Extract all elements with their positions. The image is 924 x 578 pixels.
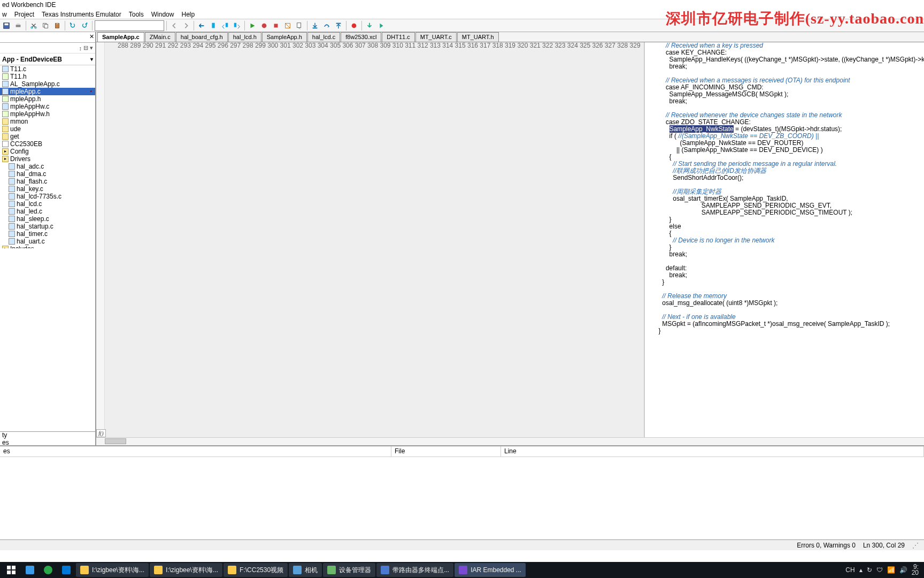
tray-sync-icon[interactable]: ↻ xyxy=(867,566,872,574)
tree-item[interactable]: AL_SampleApp.c xyxy=(0,80,95,88)
tree-item[interactable]: CC2530EB xyxy=(0,140,95,148)
tree-item[interactable]: ▸Config xyxy=(0,148,95,155)
find-prev-button[interactable] xyxy=(169,20,180,31)
tree-item[interactable]: hal_flash.c xyxy=(0,178,95,185)
editor-tab[interactable]: hal_lcd.c xyxy=(307,32,340,42)
editor-tab[interactable]: hal_board_cfg.h xyxy=(176,32,228,42)
taskbar-app[interactable]: 带路由器多终端点... xyxy=(376,563,453,577)
tray-up-icon[interactable]: ▴ xyxy=(859,566,863,574)
tree-item[interactable]: hal_timer.c xyxy=(0,230,95,238)
taskbar-app[interactable]: I:\zigbee\资料\海... xyxy=(76,563,149,577)
print-button[interactable] xyxy=(13,20,24,31)
copy-button[interactable] xyxy=(40,20,51,31)
menu-help[interactable]: Help xyxy=(181,10,195,19)
code-editor[interactable]: 288 289 290 291 292 293 294 295 296 297 … xyxy=(96,42,924,437)
taskbar: I:\zigbee\资料\海...I:\zigbee\资料\海...F:\CC2… xyxy=(0,562,924,578)
tray-lang[interactable]: CH xyxy=(845,566,854,574)
tree-item[interactable]: T11.h xyxy=(0,73,95,80)
tree-item[interactable]: mpleAppHw.h xyxy=(0,110,95,118)
tree-item[interactable]: mmon xyxy=(0,118,95,125)
start-button[interactable] xyxy=(2,563,20,577)
sort-icon[interactable]: ↕ xyxy=(79,45,82,51)
system-tray[interactable]: CH ▴ ↻ 🛡 📶 🔊 9:20 xyxy=(845,564,922,576)
tree-item[interactable]: hal_adc.c xyxy=(0,163,95,170)
taskbar-pinned-1[interactable] xyxy=(21,563,38,577)
panel-footer: tyes xyxy=(0,431,95,445)
tree-item[interactable]: ude xyxy=(0,125,95,133)
step-over-button[interactable] xyxy=(321,20,332,31)
project-tree[interactable]: T11.cT11.hAL_SampleApp.cmpleApp.c•mpleAp… xyxy=(0,65,95,248)
taskbar-pinned-2[interactable] xyxy=(40,563,57,577)
expand-icon[interactable]: ▾ xyxy=(90,44,93,51)
make-button[interactable] xyxy=(282,20,293,31)
taskbar-app[interactable]: 设备管理器 xyxy=(323,563,375,577)
horizontal-scrollbar[interactable] xyxy=(96,437,924,445)
taskbar-app[interactable]: F:\CC2530视频 xyxy=(224,563,288,577)
tree-item[interactable]: get xyxy=(0,133,95,140)
cut-button[interactable] xyxy=(28,20,39,31)
tray-shield-icon[interactable]: 🛡 xyxy=(876,566,883,574)
bookmark-next-button[interactable] xyxy=(232,20,242,31)
messages-body[interactable] xyxy=(0,457,924,539)
step-into-button[interactable] xyxy=(310,20,320,31)
tree-item[interactable]: hal_lcd-7735s.c xyxy=(0,193,95,200)
editor-tab[interactable]: f8w2530.xcl xyxy=(341,32,381,42)
taskbar-app[interactable]: IAR Embedded ... xyxy=(455,563,526,577)
find-next-button[interactable] xyxy=(181,20,191,31)
tree-item[interactable]: hal_key.c xyxy=(0,185,95,193)
debug-break-button[interactable] xyxy=(259,20,270,31)
bookmark-toggle-button[interactable] xyxy=(208,20,219,31)
tree-item[interactable]: hal_led.c xyxy=(0,208,95,215)
project-selector[interactable]: App - EndDeviceEB ▾ xyxy=(0,54,95,65)
menu-w[interactable]: w xyxy=(2,10,7,19)
menu-texas-instruments-emulator[interactable]: Texas Instruments Emulator xyxy=(42,10,121,19)
tree-item[interactable]: hal_sleep.c xyxy=(0,215,95,223)
tray-vol-icon[interactable]: 🔊 xyxy=(899,566,907,574)
editor-tab[interactable]: SampleApp.c xyxy=(97,32,144,42)
editor-tab[interactable]: MT_UART.h xyxy=(457,32,499,42)
close-panel-icon[interactable]: ✕ xyxy=(89,33,94,40)
tree-item[interactable]: hal_uart.c xyxy=(0,238,95,245)
code-content[interactable]: // Received when a key is pressed case K… xyxy=(645,42,924,437)
editor-tab[interactable]: DHT11.c xyxy=(382,32,414,42)
tray-clock[interactable]: 9:20 xyxy=(912,564,919,576)
tree-item[interactable]: ▸Drivers xyxy=(0,155,95,163)
bookmark-prev-button[interactable] xyxy=(220,20,230,31)
taskbar-app[interactable]: 相机 xyxy=(289,563,322,577)
messages-header: es File Line xyxy=(0,446,924,457)
tree-item[interactable]: T11.c xyxy=(0,65,95,73)
editor-tab[interactable]: hal_lcd.h xyxy=(228,32,261,42)
line-col: Line xyxy=(501,446,924,457)
tree-item[interactable]: mpleApp.h xyxy=(0,95,95,103)
download-button[interactable] xyxy=(364,20,375,31)
nav-back-button[interactable] xyxy=(196,20,207,31)
search-dropdown[interactable] xyxy=(95,20,164,31)
redo-button[interactable] xyxy=(79,20,90,31)
step-out-button[interactable] xyxy=(333,20,344,31)
debug-go-button[interactable] xyxy=(247,20,258,31)
tray-net-icon[interactable]: 📶 xyxy=(887,566,895,574)
paste-button[interactable] xyxy=(52,20,63,31)
breakpoint-button[interactable] xyxy=(349,20,359,31)
tree-item[interactable]: mpleAppHw.c xyxy=(0,103,95,110)
editor-tab[interactable]: SampleApp.h xyxy=(262,32,307,42)
tree-item[interactable]: mpleApp.c• xyxy=(0,88,95,95)
debug-stop-button[interactable] xyxy=(271,20,281,31)
editor-tab[interactable]: ZMain.c xyxy=(145,32,175,42)
taskbar-pinned-3[interactable] xyxy=(58,563,75,577)
menu-window[interactable]: Window xyxy=(151,10,174,19)
menu-tools[interactable]: Tools xyxy=(129,10,144,19)
tree-item[interactable]: hal_lcd.c xyxy=(0,200,95,208)
taskbar-app[interactable]: I:\zigbee\资料\海... xyxy=(150,563,222,577)
save-button[interactable] xyxy=(1,20,12,31)
tree-item[interactable]: hal_dma.c xyxy=(0,170,95,178)
editor-tab[interactable]: MT_UART.c xyxy=(415,32,457,42)
menu-project[interactable]: Project xyxy=(14,10,34,19)
function-overview-icon[interactable]: f() xyxy=(96,429,106,437)
debug-start-button[interactable] xyxy=(376,20,387,31)
compile-button[interactable] xyxy=(294,20,305,31)
breakpoint-column[interactable] xyxy=(96,42,105,437)
undo-button[interactable] xyxy=(67,20,78,31)
collapse-icon[interactable]: ⊟ xyxy=(83,44,88,51)
tree-item[interactable]: hal_startup.c xyxy=(0,223,95,230)
